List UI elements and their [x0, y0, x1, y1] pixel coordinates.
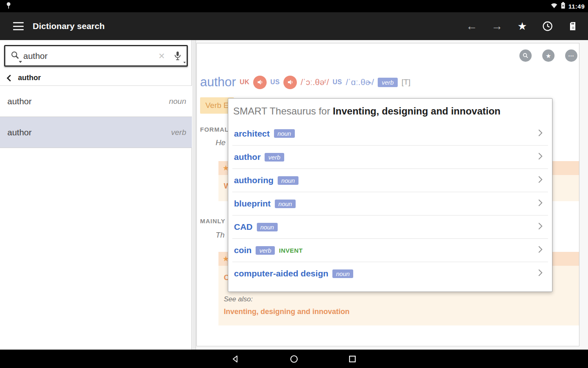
thesaurus-word[interactable]: author	[234, 152, 261, 162]
entry-header: author UK US /ˈɔː.θəʳ/ US /ˈɑː.θɚ/ verb …	[200, 73, 410, 92]
result-row-author-noun[interactable]: author noun	[0, 86, 192, 117]
uk-ipa: /ˈɔː.θəʳ/	[301, 77, 329, 87]
search-icon	[10, 50, 20, 62]
chevron-right-icon	[536, 222, 545, 232]
history-term: author	[18, 74, 41, 82]
app-title: Dictionary search	[33, 21, 105, 31]
chevron-right-icon	[536, 152, 545, 162]
clear-search-icon[interactable]: ✕	[155, 51, 169, 61]
us-speaker-icon[interactable]	[283, 76, 297, 89]
menu-icon[interactable]	[13, 22, 24, 30]
entry-panel: ★ … author UK US /ˈɔː.θəʳ/ US /ˈɑː.θɚ/ v…	[196, 40, 588, 350]
chevron-right-icon	[536, 198, 545, 209]
favorite-star-button[interactable]: ★	[515, 19, 529, 33]
us-label-2: US	[332, 79, 342, 86]
search-results-panel: ✕ author author noun author verb	[0, 40, 192, 350]
thesaurus-word[interactable]: authoring	[234, 175, 274, 185]
chevron-right-icon	[536, 245, 545, 256]
pos-badge: noun	[274, 129, 295, 138]
us-ipa: /ˈɑː.θɚ/	[346, 77, 374, 87]
history-clock-button[interactable]	[541, 19, 555, 33]
entry-favorite-button[interactable]: ★	[542, 49, 555, 62]
thesaurus-word[interactable]: CAD	[234, 222, 253, 232]
thesaurus-word[interactable]: computer-aided design	[234, 269, 328, 278]
uk-label: UK	[240, 79, 249, 86]
popup-topic: Inventing, designing and innovation	[333, 105, 501, 117]
uk-speaker-icon[interactable]	[253, 76, 267, 89]
pos-badge: verb	[378, 78, 398, 87]
pos-badge: noun	[332, 269, 353, 278]
smart-thesaurus-popup: SMART Thesaurus for Inventing, designing…	[228, 98, 552, 292]
panel-divider	[192, 40, 196, 350]
microphone-icon[interactable]	[169, 50, 187, 62]
thesaurus-item-blueprint[interactable]: blueprint noun	[232, 192, 548, 215]
region-label: MAINLY	[200, 218, 225, 224]
storage-card-button[interactable]	[566, 19, 580, 33]
grammar-code: [T]	[401, 78, 410, 87]
pos-badge: verb	[256, 246, 275, 255]
chevron-right-icon	[536, 268, 545, 279]
chevron-right-icon	[536, 175, 545, 186]
result-pos: noun	[169, 97, 186, 106]
thesaurus-item-author[interactable]: author verb	[232, 145, 548, 168]
see-also-label: See also:	[224, 295, 253, 303]
pos-badge: noun	[257, 223, 278, 231]
nav-home-button[interactable]	[288, 353, 300, 365]
pos-badge: noun	[278, 176, 298, 185]
us-label: US	[270, 79, 280, 86]
thesaurus-item-authoring[interactable]: authoring noun	[232, 168, 548, 192]
headword: author	[200, 75, 236, 90]
result-word: author	[7, 96, 32, 106]
popup-title: SMART Thesaurus for Inventing, designing…	[228, 99, 552, 122]
thesaurus-item-cad[interactable]: CAD noun	[232, 215, 548, 238]
thesaurus-item-computer-aided-design[interactable]: computer-aided design noun	[232, 262, 548, 285]
status-bar: 11:49	[0, 0, 588, 12]
android-nav-bar	[0, 350, 588, 368]
notification-pin-icon	[6, 2, 11, 11]
search-input[interactable]	[23, 51, 155, 61]
example-sentence-fragment: He	[216, 138, 225, 147]
nav-back-button[interactable]	[229, 353, 242, 365]
chevron-right-icon	[536, 128, 545, 139]
entry-search-button[interactable]	[519, 49, 532, 62]
search-box[interactable]: ✕	[4, 45, 188, 67]
history-back-header[interactable]: author	[0, 70, 192, 86]
thesaurus-item-architect[interactable]: architect noun	[232, 122, 548, 145]
see-also-topic-link[interactable]: Inventing, designing and innovation	[224, 307, 350, 316]
pos-badge: noun	[275, 200, 296, 208]
wifi-icon	[550, 2, 558, 10]
pos-badge: verb	[265, 153, 284, 162]
forward-arrow-button[interactable]: →	[490, 19, 504, 33]
battery-icon	[561, 2, 566, 11]
example-sentence-fragment-2: Th	[216, 231, 225, 240]
thesaurus-word[interactable]: blueprint	[234, 199, 271, 209]
screen: 11:49 Dictionary search ← → ★ ✕	[0, 0, 588, 368]
dictionary-entry-card: ★ … author UK US /ˈɔː.θəʳ/ US /ˈɑː.θɚ/ v…	[196, 43, 579, 346]
thesaurus-word[interactable]: architect	[234, 129, 270, 139]
thesaurus-item-coin[interactable]: coin verb INVENT	[232, 238, 548, 262]
clock-time: 11:49	[568, 3, 585, 10]
guide-word: INVENT	[279, 247, 303, 254]
entry-more-button[interactable]: …	[565, 49, 577, 62]
result-word: author	[7, 128, 32, 137]
back-arrow-button[interactable]: ←	[465, 19, 479, 33]
register-label: FORMAL	[200, 126, 229, 133]
thesaurus-word[interactable]: coin	[234, 245, 252, 255]
nav-recents-button[interactable]	[346, 353, 359, 365]
result-pos: verb	[171, 128, 186, 137]
chevron-left-icon	[5, 74, 14, 83]
app-bar: Dictionary search ← → ★	[0, 12, 588, 40]
result-row-author-verb-selected[interactable]: author verb	[0, 117, 192, 148]
